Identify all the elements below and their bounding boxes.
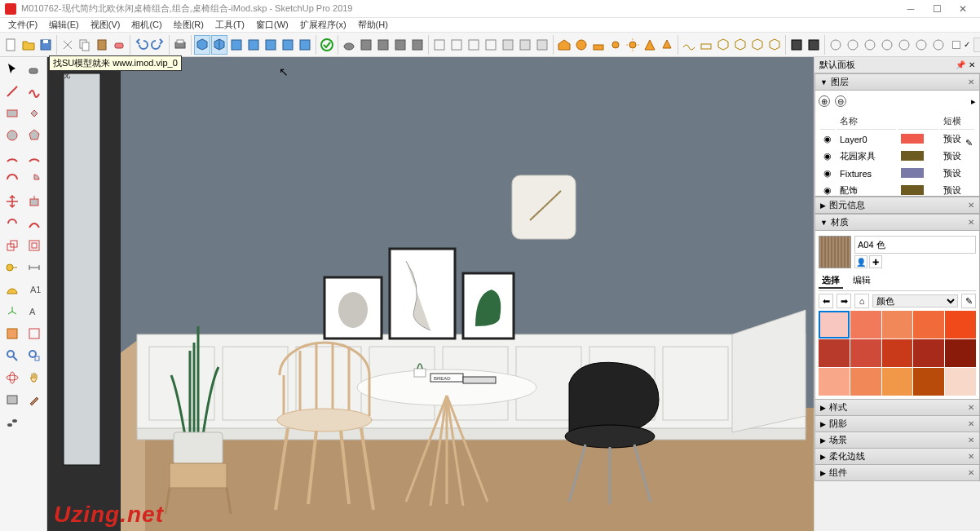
panel-styles-header[interactable]: ▶样式✕ (814, 399, 980, 416)
style-hidden-icon[interactable] (483, 35, 499, 55)
sphere-4-icon[interactable] (879, 35, 895, 55)
swatch[interactable] (945, 368, 976, 396)
select-tool[interactable] (2, 59, 23, 80)
tool-print[interactable] (172, 35, 188, 55)
paint-tool[interactable] (24, 389, 45, 410)
style-mono-icon[interactable] (534, 35, 550, 55)
move-tool[interactable] (2, 191, 23, 212)
swatch[interactable] (850, 311, 881, 339)
scale-tool[interactable] (2, 235, 23, 256)
zoom-tool[interactable] (2, 345, 23, 366)
add-layer-button[interactable]: ⊕ (819, 95, 830, 107)
tab-select[interactable]: 选择 (819, 273, 843, 289)
followme-tool[interactable] (24, 213, 45, 234)
polygon-tool[interactable] (24, 125, 45, 146)
panel-scenes-header[interactable]: ▶场景✕ (814, 431, 980, 449)
menu-draw[interactable]: 绘图(R) (169, 18, 209, 32)
eraser-tool[interactable] (24, 59, 45, 80)
view-front[interactable] (245, 35, 262, 55)
line-tool[interactable] (2, 81, 23, 102)
swatch[interactable] (819, 339, 850, 367)
3dtext-tool[interactable]: A (24, 301, 45, 322)
rotated-rect-tool[interactable] (24, 103, 45, 124)
sphere-1-icon[interactable] (828, 35, 844, 55)
validity-icon[interactable] (319, 35, 335, 55)
sandbox-2-icon[interactable] (698, 35, 714, 55)
ext-3-icon[interactable] (392, 35, 408, 55)
sphere-2-icon[interactable] (845, 35, 861, 55)
menu-view[interactable]: 视图(V) (86, 18, 126, 32)
tool-redo[interactable] (150, 35, 166, 55)
menu-extensions[interactable]: 扩展程序(x) (295, 18, 351, 32)
menu-file[interactable]: 文件(F) (3, 18, 42, 32)
menu-edit[interactable]: 编辑(E) (44, 18, 84, 32)
cube-wire-4-icon[interactable] (766, 35, 783, 55)
menu-camera[interactable]: 相机(C) (126, 18, 166, 32)
cube-wire-3-icon[interactable] (749, 35, 766, 55)
style-tex-icon[interactable] (517, 35, 533, 55)
dimension-tool[interactable] (24, 257, 45, 278)
tool-undo[interactable] (133, 35, 149, 55)
panel-shadows-header[interactable]: ▶阴影✕ (814, 415, 980, 432)
material-name-input[interactable] (854, 236, 976, 254)
tool-open[interactable] (20, 35, 37, 55)
tool-erase[interactable] (111, 35, 127, 55)
text-tool[interactable]: A1 (24, 279, 45, 300)
layer-menu-icon[interactable]: ▸ (971, 96, 976, 107)
pushpull-tool[interactable] (24, 191, 45, 212)
ext-4-icon[interactable] (409, 35, 426, 55)
maximize-button[interactable]: ☐ (925, 2, 949, 16)
panel-close-icon[interactable]: ✕ (968, 218, 974, 227)
mat-back-icon[interactable]: ⬅ (819, 294, 833, 308)
viewport[interactable]: BREAD 亮点 (47, 57, 814, 531)
view-iso-1[interactable] (194, 35, 210, 55)
style-back-icon[interactable] (448, 35, 465, 55)
look-tool[interactable] (24, 411, 45, 432)
sphere-5-icon[interactable] (896, 35, 912, 55)
rectangle-tool[interactable] (2, 103, 23, 124)
triangle-icon[interactable] (642, 35, 658, 55)
panel-close-icon[interactable]: ✕ (968, 77, 974, 86)
make-component-tool[interactable] (2, 389, 23, 410)
section-tool[interactable] (2, 323, 23, 344)
zoom-extents-tool[interactable] (24, 345, 45, 366)
warehouse-3-icon[interactable] (590, 35, 607, 55)
material-display-icon[interactable]: 👤 (854, 255, 867, 268)
remove-layer-button[interactable]: ⊖ (835, 95, 846, 107)
protractor-tool[interactable] (2, 279, 23, 300)
material-category[interactable]: 颜色 (872, 294, 958, 308)
warehouse-1-icon[interactable] (556, 35, 572, 55)
mat-fwd-icon[interactable]: ➡ (837, 294, 851, 308)
swatch[interactable] (945, 339, 976, 367)
swatch[interactable] (913, 311, 944, 339)
view-right[interactable] (263, 35, 279, 55)
style-xray-icon[interactable] (431, 35, 448, 55)
sphere-6-icon[interactable] (913, 35, 929, 55)
sphere-7-icon[interactable] (930, 35, 947, 55)
swatch[interactable] (850, 368, 881, 396)
layer-row[interactable]: ◉配饰预设 (820, 183, 974, 198)
pan-tool[interactable] (24, 367, 45, 388)
menu-tools[interactable]: 工具(T) (210, 18, 249, 32)
panel-materials-header[interactable]: ▼ 材质 ✕ (814, 214, 980, 231)
swatch[interactable] (882, 339, 913, 367)
panel-components-header[interactable]: ▶组件✕ (814, 464, 980, 481)
layer-row[interactable]: ◉花园家具预设 (820, 148, 974, 164)
circle-tool[interactable] (2, 125, 23, 146)
warehouse-2-icon[interactable] (573, 35, 589, 55)
tray-pin-icon[interactable]: 📌 (956, 60, 965, 69)
swatch[interactable] (913, 368, 944, 396)
swatch[interactable] (819, 311, 850, 339)
swatch[interactable] (882, 368, 913, 396)
view-back[interactable] (280, 35, 296, 55)
material-thumb[interactable] (819, 236, 851, 268)
view-left[interactable] (297, 35, 313, 55)
cone-icon[interactable] (659, 35, 675, 55)
arc2-tool[interactable] (24, 147, 45, 168)
solid-2-icon[interactable] (806, 35, 822, 55)
tool-copy[interactable] (77, 35, 93, 55)
mat-eyedrop-icon[interactable]: ✎ (961, 294, 976, 308)
minimize-button[interactable]: ─ (898, 2, 923, 16)
tab-edit[interactable]: 编辑 (850, 273, 874, 289)
arc3-tool[interactable] (2, 169, 23, 190)
